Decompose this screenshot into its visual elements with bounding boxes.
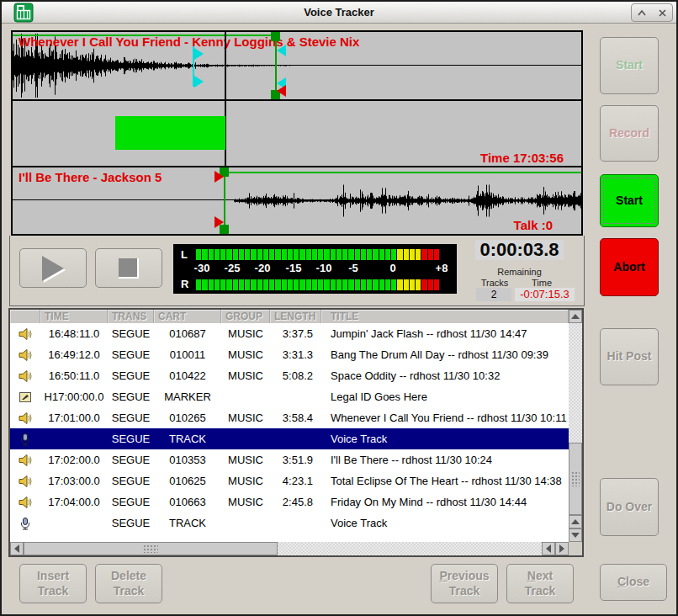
talk-overlay: Talk :0 [514, 218, 553, 232]
speaker-icon [10, 412, 40, 425]
time-label: Time [516, 278, 567, 288]
column-header-title[interactable]: TITLE [321, 310, 569, 323]
waveform-pane-track1[interactable]: Whenever I Call You Friend - Kenny Loggi… [13, 32, 581, 99]
close-window-button[interactable] [658, 8, 667, 18]
scroll-down-button[interactable] [569, 528, 582, 542]
vscroll-thumb[interactable] [569, 443, 582, 515]
vscroll-track[interactable] [569, 323, 582, 443]
log-row[interactable]: H17:00:00.0SEGUEMARKERLegal ID Goes Here [10, 386, 569, 407]
close-button[interactable]: Close [600, 564, 667, 601]
log-row[interactable]: 17:02:00.0SEGUE010353MUSIC3:51.9I'll Be … [10, 449, 569, 470]
scroll-corner [569, 542, 582, 555]
previous-track-button[interactable]: Previous Track [431, 564, 498, 603]
window-title: Voice Tracker [2, 6, 676, 19]
shade-window-button[interactable] [637, 8, 647, 17]
remaining-label: Remaining [475, 267, 564, 277]
start-track1-button[interactable]: Start [600, 37, 659, 94]
time-remaining-value: -0:07:15.3 [515, 288, 575, 301]
titlebar[interactable]: Voice Tracker [2, 2, 676, 24]
stop-icon [119, 258, 139, 279]
fade-marker-icon[interactable] [277, 45, 286, 56]
scroll-left-button[interactable] [10, 542, 24, 555]
meter-scale: -30-25-20-15-10-50+8 [196, 262, 439, 275]
marker-handle-icon[interactable] [271, 32, 280, 41]
waveform-pane-track2[interactable]: I'll Be There - Jackson 5 Talk :0 [13, 167, 581, 234]
marker-icon [10, 390, 40, 404]
time-overlay: Time 17:03:56 [480, 151, 564, 165]
column-header-trans[interactable]: TRANS [108, 310, 154, 323]
log-row[interactable]: 17:04:00.0SEGUE010663MUSIC2:45.8Friday O… [10, 491, 569, 512]
log-table-header[interactable]: TIMETRANSCARTGROUPLENGTHTITLE [10, 310, 569, 323]
column-header-time[interactable]: TIME [40, 310, 108, 323]
scroll-up-button2[interactable] [569, 515, 582, 528]
left-channel-label: L [181, 248, 188, 261]
speaker-icon [10, 348, 40, 362]
log-row[interactable]: 17:01:00.0SEGUE010265MUSIC3:58.4Whenever… [10, 407, 569, 428]
cursor-handle-bottom-icon[interactable] [194, 76, 204, 88]
stop-button[interactable] [95, 248, 162, 288]
log-table: TIMETRANSCARTGROUPLENGTHTITLE 16:48:11.0… [8, 308, 584, 557]
window-controls [631, 3, 673, 22]
speaker-icon [10, 454, 40, 467]
track2-level-line[interactable] [225, 172, 581, 173]
microphone-icon [10, 433, 40, 446]
play-icon [42, 256, 64, 281]
log-row[interactable]: 17:03:00.0SEGUE010625MUSIC4:23.1Total Ec… [10, 470, 569, 491]
speaker-icon [10, 369, 40, 383]
record-button[interactable]: Record [600, 105, 659, 162]
end-marker-icon[interactable] [277, 85, 286, 97]
start-marker-icon[interactable] [215, 171, 224, 183]
hit-post-button[interactable]: Hit Post [600, 328, 659, 385]
log-row[interactable]: 16:49:12.0SEGUE010011MUSIC3:31.3Bang The… [10, 344, 569, 365]
insert-track-button[interactable]: Insert Track [19, 564, 87, 603]
right-channel-bar [196, 279, 439, 290]
speaker-icon [10, 496, 40, 509]
scroll-right-button[interactable] [555, 542, 569, 555]
log-row[interactable]: SEGUETRACKVoice Track [10, 512, 569, 534]
log-row[interactable]: 16:48:11.0SEGUE010687MUSIC3:37.5Jumpin' … [10, 323, 569, 344]
hscroll-thumb[interactable] [24, 542, 278, 555]
waveform-pane-voicetrack[interactable]: Time 17:03:56 [13, 101, 581, 166]
right-channel-label: R [181, 278, 188, 290]
abort-button[interactable]: Abort [600, 238, 659, 296]
hscroll-track[interactable] [278, 542, 542, 555]
column-header-group[interactable]: GROUP [221, 310, 270, 323]
microphone-icon [10, 517, 40, 530]
voicetrack-region[interactable] [115, 116, 225, 150]
track1-title: Whenever I Call You Friend - Kenny Loggi… [19, 35, 359, 49]
next-track-button[interactable]: Next Track [506, 564, 574, 603]
left-channel-bar [196, 249, 439, 260]
log-row[interactable]: 16:50:11.0SEGUE010422MUSIC5:08.2Space Od… [10, 365, 569, 386]
voice-tracker-window: Voice Tracker Whenever I Call You Friend… [0, 0, 678, 616]
track2-start-line [225, 32, 226, 99]
speaker-icon [10, 327, 40, 341]
scroll-up-button[interactable] [569, 310, 582, 323]
cursor-handle-top-icon[interactable] [194, 48, 204, 60]
tracks-label: Tracks [476, 278, 513, 288]
column-header-length[interactable]: LENGTH [270, 310, 321, 323]
delete-track-button[interactable]: Delete Track [95, 564, 162, 603]
vu-meter: L -30-25-20-15-10-50+8 R [173, 244, 457, 294]
column-header-cart[interactable]: CART [154, 310, 221, 323]
do-over-button[interactable]: Do Over [600, 478, 659, 536]
track2-title: I'll Be There - Jackson 5 [19, 170, 162, 184]
play-button[interactable] [19, 248, 87, 288]
speaker-icon [10, 475, 40, 488]
elapsed-time-display: 0:00:03.8 [475, 240, 564, 260]
scroll-left-button2[interactable] [542, 542, 555, 555]
tracks-remaining-value: 2 [476, 288, 511, 301]
start-track2-button[interactable]: Start [600, 174, 659, 227]
waveform-editor[interactable]: Whenever I Call You Friend - Kenny Loggi… [11, 30, 583, 236]
start-marker-icon[interactable] [215, 216, 224, 228]
log-row-selected[interactable]: SEGUETRACKVoice Track [10, 428, 569, 449]
